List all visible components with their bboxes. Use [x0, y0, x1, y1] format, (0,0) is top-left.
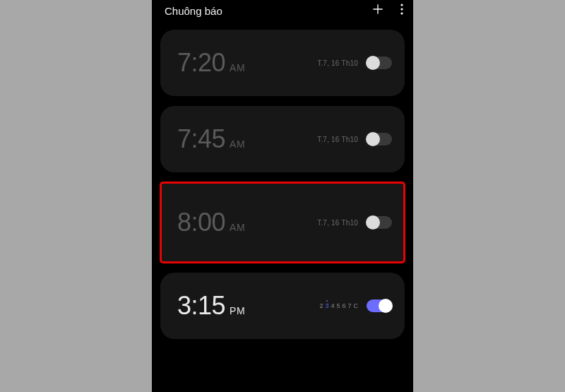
alarm-right: T.7, 16 Th10: [317, 216, 392, 229]
alarm-toggle[interactable]: [367, 216, 392, 229]
more-options-icon[interactable]: [400, 4, 403, 18]
alarm-item[interactable]: 3:15 PM 2 3 4 5 6 7 C: [160, 273, 405, 339]
alarm-repeat-label: T.7, 16 Th10: [317, 59, 358, 67]
alarm-time-block: 7:20 AM: [177, 48, 245, 78]
alarm-toggle[interactable]: [367, 133, 392, 145]
alarm-time: 7:20: [177, 48, 225, 78]
alarm-repeat-label: T.7, 16 Th10: [317, 136, 358, 143]
day-label: 2: [319, 302, 323, 309]
alarm-time: 7:45: [177, 124, 225, 154]
day-label: 7: [347, 302, 351, 309]
alarm-repeat-label: T.7, 16 Th10: [317, 219, 358, 227]
alarm-right: T.7, 16 Th10: [317, 57, 392, 69]
alarm-item[interactable]: 7:45 AM T.7, 16 Th10: [160, 106, 405, 172]
svg-point-1: [400, 8, 403, 10]
alarm-toggle[interactable]: [367, 57, 392, 69]
alarm-period: AM: [230, 138, 245, 150]
svg-point-0: [400, 4, 403, 6]
alarm-toggle[interactable]: [367, 299, 392, 312]
page-title: Chuông báo: [165, 5, 222, 17]
header-actions: [371, 2, 403, 19]
day-label: 5: [336, 302, 340, 309]
alarm-period: PM: [230, 305, 245, 316]
day-label-selected: 3: [325, 302, 328, 309]
day-label: 4: [331, 302, 334, 309]
alarm-item-highlighted[interactable]: 8:00 AM T.7, 16 Th10: [160, 182, 405, 263]
phone-screen: Chuông báo 7:20 AM T.7, 16 Th10 7:: [152, 0, 413, 392]
alarm-time-block: 7:45 AM: [177, 124, 245, 154]
add-alarm-icon[interactable]: [371, 2, 385, 19]
alarm-list: 7:20 AM T.7, 16 Th10 7:45 AM T.7, 16 Th1…: [152, 24, 413, 339]
alarm-period: AM: [230, 222, 245, 233]
alarm-time: 8:00: [177, 208, 225, 237]
app-header: Chuông báo: [152, 0, 413, 24]
alarm-time-block: 8:00 AM: [177, 208, 245, 237]
day-label: 6: [342, 302, 345, 309]
alarm-right: 2 3 4 5 6 7 C: [319, 299, 392, 312]
alarm-right: T.7, 16 Th10: [317, 133, 392, 145]
alarm-time-block: 3:15 PM: [177, 291, 245, 321]
alarm-period: AM: [230, 62, 245, 73]
alarm-day-indicators: 2 3 4 5 6 7 C: [319, 302, 358, 309]
alarm-item[interactable]: 7:20 AM T.7, 16 Th10: [160, 30, 405, 96]
svg-point-2: [400, 12, 403, 14]
alarm-time: 3:15: [177, 291, 225, 321]
day-label: C: [354, 302, 359, 309]
